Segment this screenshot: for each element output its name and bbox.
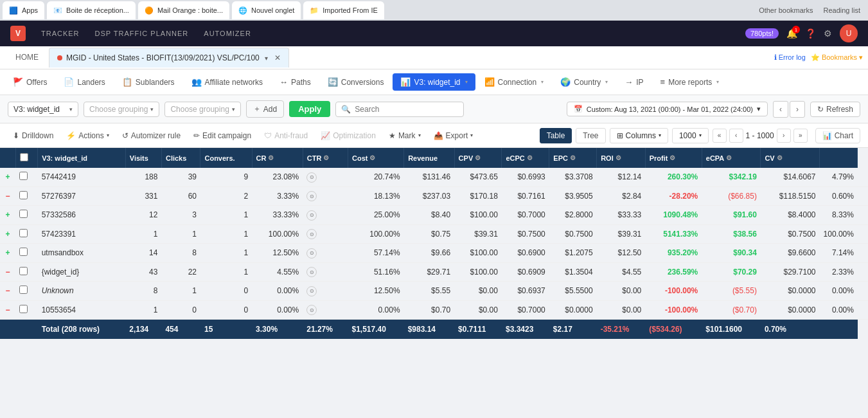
row-ctr-icon[interactable]: ⊙ <box>303 186 348 206</box>
row-ctr-icon[interactable]: ⊙ <box>303 262 348 282</box>
grouping2-select[interactable]: Choose grouping ▾ <box>84 102 159 117</box>
ecpa-gear-icon[interactable]: ⚙ <box>726 154 732 161</box>
ctr-circle-icon[interactable]: ⊙ <box>306 305 317 315</box>
row-ctr-icon[interactable]: ⊙ <box>303 244 348 263</box>
cpv-gear-icon[interactable]: ⚙ <box>475 154 481 161</box>
export-button[interactable]: 📤 Export ▾ <box>429 129 479 142</box>
row-checkbox[interactable] <box>19 229 28 237</box>
browser-tab-new[interactable]: 🌐 Nouvel onglet <box>232 1 301 19</box>
browser-tab-mail[interactable]: 🟠 Mail Orange : boite... <box>138 1 229 19</box>
page-first-button[interactable]: « <box>713 129 727 143</box>
date-next-button[interactable]: › <box>790 101 805 118</box>
refresh-button[interactable]: ↻ Refresh <box>810 102 860 117</box>
country-chevron-icon[interactable]: ▾ <box>605 79 608 85</box>
nav-landers[interactable]: 📄 Landers <box>56 73 112 91</box>
ctr-circle-icon[interactable]: ⊙ <box>306 267 317 277</box>
roi-gear-icon[interactable]: ⚙ <box>616 154 621 161</box>
page-next-button[interactable]: › <box>777 129 791 143</box>
browser-tab-apps[interactable]: 🟦 Apps <box>3 1 44 19</box>
nav-country[interactable]: 🌍 Country ▾ <box>553 73 616 91</box>
tab-chevron-icon[interactable]: ▾ <box>265 55 268 62</box>
automizer-rule-button[interactable]: ↺ Automizer rule <box>117 129 186 142</box>
page-prev-button[interactable]: ‹ <box>729 129 743 143</box>
help-icon[interactable]: ❓ <box>805 28 816 39</box>
nav-conversions[interactable]: 🔄 Conversions <box>320 73 392 91</box>
row-checkbox[interactable] <box>19 172 28 180</box>
edit-campaign-button[interactable]: ✏ Edit campaign <box>188 129 256 142</box>
search-input[interactable] <box>355 105 458 114</box>
nav-tracker[interactable]: TRACKER <box>41 30 80 37</box>
actions-button[interactable]: ⚡ Actions ▾ <box>61 129 114 142</box>
nav-dsp[interactable]: DSP TRAFFIC PLANNER <box>95 30 189 37</box>
ctr-circle-icon[interactable]: ⊙ <box>306 229 317 239</box>
cr-gear-icon[interactable]: ⚙ <box>268 154 274 161</box>
row-ctr-icon[interactable]: ⊙ <box>303 206 348 225</box>
nav-automizer[interactable]: AUTOMIZER <box>204 30 251 37</box>
select-all-checkbox[interactable] <box>20 153 28 161</box>
reading-list[interactable]: Reading list <box>824 6 860 14</box>
drilldown-button[interactable]: ⬇ Drilldown <box>8 129 58 142</box>
row-id-cell: Unknown <box>38 282 126 301</box>
grouping3-select[interactable]: Choose grouping ▾ <box>164 102 240 117</box>
page-last-button[interactable]: » <box>793 129 808 143</box>
ctr-gear-icon[interactable]: ⚙ <box>323 154 329 161</box>
tab-close-icon[interactable]: ✕ <box>274 53 281 62</box>
home-tab[interactable]: HOME <box>5 48 49 68</box>
date-prev-button[interactable]: ‹ <box>773 101 788 118</box>
ctr-circle-icon[interactable]: ⊙ <box>306 210 317 221</box>
mark-button[interactable]: ★ Mark ▾ <box>384 129 426 142</box>
row-checkbox[interactable] <box>19 267 28 275</box>
widget-chevron-icon[interactable]: ▾ <box>465 79 468 85</box>
row-checkbox[interactable] <box>19 210 28 218</box>
error-log-link[interactable]: ℹ Error log <box>774 53 806 62</box>
table-view-button[interactable]: Table <box>540 128 572 143</box>
profit-gear-icon[interactable]: ⚙ <box>669 154 675 161</box>
campaign-tab[interactable]: MGID - United States - BIOFIT(13/09/2021… <box>49 48 289 68</box>
cv-gear-icon[interactable]: ⚙ <box>777 154 783 161</box>
row-ctr-icon[interactable]: ⊙ <box>303 224 348 244</box>
user-avatar[interactable]: U <box>840 24 858 42</box>
nav-ip[interactable]: → IP <box>617 73 651 91</box>
ecpc-gear-icon[interactable]: ⚙ <box>527 154 533 161</box>
search-box[interactable]: 🔍 <box>335 102 464 117</box>
row-ctr-icon[interactable]: ⊙ <box>303 300 348 320</box>
ctr-circle-icon[interactable]: ⊙ <box>306 191 317 201</box>
row-ctr-icon[interactable]: ⊙ <box>303 168 348 186</box>
ctr-circle-icon[interactable]: ⊙ <box>306 286 317 296</box>
date-range-picker[interactable]: 📅 Custom: Aug 13, 2021 (00:00) - Mar 01,… <box>567 102 768 116</box>
settings-icon[interactable]: ⚙ <box>824 28 832 39</box>
nav-offers[interactable]: 🚩 Offers <box>5 73 55 91</box>
nav-more-reports[interactable]: ≡ More reports ▾ <box>653 73 727 91</box>
cost-gear-icon[interactable]: ⚙ <box>369 154 375 161</box>
notification-icon[interactable]: 🔔 1 <box>786 28 797 39</box>
per-page-select[interactable]: 1000 ▾ <box>672 128 709 143</box>
row-checkbox[interactable] <box>19 286 28 294</box>
bookmarks-link[interactable]: ⭐ Bookmarks ▾ <box>811 53 863 62</box>
nav-connection[interactable]: 📶 Connection ▾ <box>477 73 552 91</box>
add-button[interactable]: ＋ Add <box>246 100 284 118</box>
tree-view-button[interactable]: Tree <box>576 128 605 143</box>
browser-tab-ie[interactable]: 📁 Imported From IE <box>303 1 384 19</box>
browser-tab-inbox[interactable]: 📧 Boite de réception... <box>47 1 136 19</box>
epc-gear-icon[interactable]: ⚙ <box>570 154 576 161</box>
apply-button[interactable]: Apply <box>289 101 330 117</box>
nav-widget-id[interactable]: 📊 V3: widget_id ▾ <box>393 73 475 91</box>
data-table-container[interactable]: V3: widget_id Visits Clicks Convers. CR⚙… <box>0 148 868 394</box>
more-chevron-icon[interactable]: ▾ <box>716 79 719 85</box>
nav-affiliate-networks[interactable]: 👥 Affiliate networks <box>184 73 271 91</box>
row-checkbox[interactable] <box>19 191 28 199</box>
row-checkbox[interactable] <box>19 305 28 313</box>
connection-chevron-icon[interactable]: ▾ <box>541 79 544 85</box>
columns-button[interactable]: ⊞ Columns ▾ <box>610 128 668 143</box>
row-checkbox[interactable] <box>19 248 28 256</box>
optimization-button[interactable]: 📈 Optimization <box>315 129 381 142</box>
nav-paths[interactable]: ↔ Paths <box>272 73 319 91</box>
ctr-circle-icon[interactable]: ⊙ <box>306 172 317 183</box>
ctr-circle-icon[interactable]: ⊙ <box>306 248 317 259</box>
nav-sublanders[interactable]: 📋 Sublanders <box>114 73 182 91</box>
grouping1-select[interactable]: V3: widget_id ▾ <box>8 102 78 117</box>
chart-button[interactable]: 📊 Chart <box>815 128 860 143</box>
row-ctr-icon[interactable]: ⊙ <box>303 282 348 301</box>
other-bookmarks[interactable]: Other bookmarks <box>759 6 813 14</box>
anti-fraud-button[interactable]: 🛡 Anti-fraud <box>259 129 313 142</box>
